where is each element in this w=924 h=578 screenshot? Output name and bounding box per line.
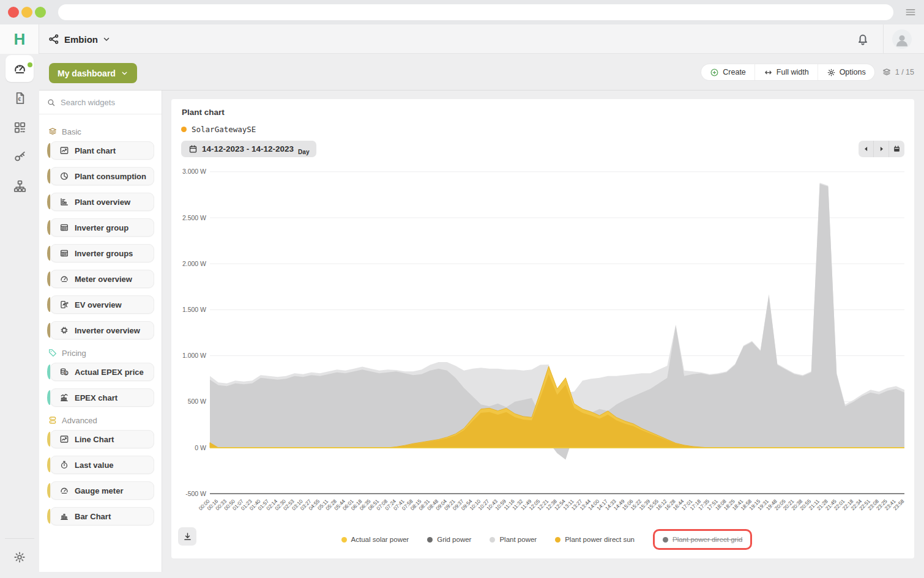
download-chart-button[interactable] <box>178 527 196 546</box>
widget-item-inverter-overview[interactable]: Inverter overview <box>50 321 154 339</box>
app-logo[interactable]: H <box>0 24 39 54</box>
widget-item-plant-overview[interactable]: Plant overview <box>50 193 154 211</box>
full-width-button[interactable]: Full width <box>755 64 818 80</box>
widget-section-advanced: Advanced <box>48 415 154 425</box>
sidebar-item-access-keys[interactable] <box>0 142 39 171</box>
date-granularity-label: Day <box>298 149 309 155</box>
create-label: Create <box>723 68 746 76</box>
sidebar-rail: € <box>0 54 39 578</box>
options-button[interactable]: Options <box>818 64 874 80</box>
widget-item-line-chart[interactable]: Line Chart <box>50 430 154 448</box>
widget-item-label: Plant overview <box>75 198 130 207</box>
dashboard-selector-button[interactable]: My dashboard <box>49 63 137 83</box>
table-list-icon <box>59 248 69 258</box>
sidebar-item-hierarchy[interactable] <box>0 171 39 201</box>
speedometer-icon <box>13 62 27 76</box>
widget-item-label: Plant consumption <box>75 172 146 181</box>
window-minimize-button[interactable] <box>21 7 32 18</box>
header-divider <box>883 24 884 54</box>
legend-dot <box>663 537 668 543</box>
invoice-euro-icon: € <box>13 91 27 105</box>
widget-item-plant-consumption[interactable]: Plant consumption <box>50 167 154 185</box>
svg-text:€: € <box>18 95 21 102</box>
widget-item-label: Plant chart <box>75 146 116 155</box>
epex-chart-icon <box>59 393 69 402</box>
gauge-icon <box>59 486 69 495</box>
plant-chart-widget: Plant chart SolarGatewaySE 14-12-2023 - … <box>171 99 914 558</box>
caret-left-icon <box>862 145 870 153</box>
drag-handle-accent <box>47 365 53 379</box>
legend-item-grid-power[interactable]: Grid power <box>427 536 471 543</box>
line-chart-icon <box>59 146 69 155</box>
active-badge <box>28 62 32 67</box>
grid-icon <box>13 120 27 135</box>
browser-url-bar[interactable] <box>58 4 893 20</box>
dashboard-page-indicator[interactable]: 1 / 15 <box>882 67 914 77</box>
full-width-label: Full width <box>777 68 809 76</box>
widget-item-label: Actual EPEX price <box>75 368 144 377</box>
options-label: Options <box>840 68 866 76</box>
widget-item-inverter-group[interactable]: Inverter group <box>50 218 154 237</box>
gear-icon <box>827 68 836 77</box>
sidebar-item-settings[interactable] <box>0 545 39 569</box>
widget-item-label: Line Chart <box>75 435 114 444</box>
legend-label: Plant power direct grid <box>673 536 742 543</box>
key-icon <box>13 150 27 164</box>
widget-item-bar-chart[interactable]: Bar Chart <box>50 507 154 525</box>
widget-item-ev-overview[interactable]: EV overview <box>50 295 154 314</box>
chevron-down-icon <box>102 35 111 43</box>
dashboard-toolbar: My dashboard Create Full width Options <box>39 54 924 91</box>
user-avatar[interactable] <box>892 29 912 49</box>
browser-chrome <box>0 0 924 24</box>
browser-menu-icon[interactable] <box>904 6 917 18</box>
drag-handle-accent <box>47 297 53 312</box>
date-range-picker[interactable]: 14-12-2023 - 14-12-2023 Day <box>181 141 316 157</box>
widget-item-last-value[interactable]: Last value <box>50 456 154 474</box>
y-axis-label: 1.500 W <box>182 306 206 313</box>
legend-item-plant-power-direct-sun[interactable]: Plant power direct sun <box>555 536 635 543</box>
drag-handle-accent <box>47 195 53 209</box>
widget-section-pricing: Pricing <box>48 348 154 358</box>
device-legend[interactable]: SolarGatewaySE <box>181 125 256 134</box>
window-close-button[interactable] <box>8 7 19 18</box>
widget-item-meter-overview[interactable]: Meter overview <box>50 270 154 288</box>
create-button[interactable]: Create <box>701 64 755 80</box>
widget-item-label: Inverter group <box>75 223 129 232</box>
legend-item-plant-power-direct-grid[interactable]: Plant power direct grid <box>653 529 752 550</box>
widget-search-input[interactable] <box>61 98 146 107</box>
legend-label: Plant power direct sun <box>565 536 635 543</box>
org-name: Embion <box>64 34 98 45</box>
notifications-button[interactable] <box>855 32 870 46</box>
widget-item-label: Inverter groups <box>75 249 133 258</box>
next-period-button[interactable] <box>874 141 889 157</box>
dashboard-selector-label: My dashboard <box>58 69 116 78</box>
sidebar-item-dashboard[interactable] <box>0 54 39 83</box>
widget-item-plant-chart[interactable]: Plant chart <box>50 141 154 160</box>
drag-handle-accent <box>47 458 53 472</box>
widget-item-inverter-groups[interactable]: Inverter groups <box>50 244 154 262</box>
y-axis-label: 2.000 W <box>182 260 206 267</box>
coins-icon: € <box>59 367 69 377</box>
device-dot <box>181 127 187 132</box>
sidebar-item-widgets[interactable] <box>0 113 39 142</box>
plant-overview-icon <box>59 197 69 207</box>
widget-section-label: Advanced <box>62 416 97 425</box>
org-switcher[interactable]: Embion <box>48 24 111 54</box>
sidebar-item-invoices[interactable]: € <box>0 83 39 113</box>
window-zoom-button[interactable] <box>35 7 46 18</box>
widget-section-label: Basic <box>62 127 81 136</box>
drag-handle-accent <box>47 432 53 446</box>
legend-item-actual-solar-power[interactable]: Actual solar power <box>341 536 409 543</box>
widget-item-gauge-meter[interactable]: Gauge meter <box>50 481 154 500</box>
legend-item-plant-power[interactable]: Plant power <box>490 536 537 543</box>
widget-item-epex-chart[interactable]: EPEX chart <box>50 388 154 407</box>
prev-period-button[interactable] <box>859 141 874 157</box>
arrows-horizontal-icon <box>764 68 773 77</box>
y-axis-label: 3.000 W <box>182 168 206 175</box>
date-nav-group <box>859 141 904 157</box>
calendar-button[interactable] <box>889 141 904 157</box>
dashboard-canvas: Plant chart SolarGatewaySE 14-12-2023 - … <box>162 91 924 578</box>
plant-chart-plot[interactable]: 3.000 W2.500 W2.000 W1.500 W1.000 W500 W… <box>171 160 914 539</box>
widget-item-actual-epex-price[interactable]: €Actual EPEX price <box>50 363 154 381</box>
chart-title: Plant chart <box>182 108 225 117</box>
